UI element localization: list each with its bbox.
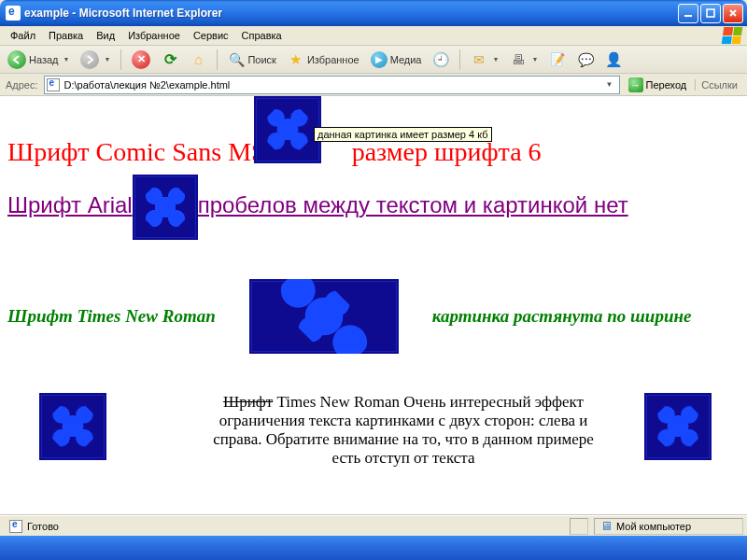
- menu-tools[interactable]: Сервис: [187, 28, 235, 43]
- menu-favorites[interactable]: Избранное: [121, 28, 187, 43]
- search-icon: 🔍: [228, 51, 245, 68]
- window-close-button[interactable]: [723, 4, 743, 23]
- edit-button[interactable]: 📝: [545, 49, 570, 71]
- stop-icon: ✕: [132, 50, 150, 69]
- links-label[interactable]: Ссылки: [695, 79, 743, 91]
- window-minimize-button[interactable]: [678, 4, 698, 23]
- menu-view[interactable]: Вид: [90, 28, 121, 43]
- ie-app-icon: [6, 6, 21, 21]
- edit-icon: 📝: [549, 51, 566, 68]
- ornament-image-4-left: [39, 393, 106, 460]
- print-dropdown-icon: ▼: [531, 56, 538, 63]
- tnr-paragraph: Шрифт Times New Roman Очень интересный э…: [7, 393, 740, 468]
- windows-taskbar[interactable]: [0, 536, 747, 560]
- status-main-pane: Готово: [4, 518, 564, 535]
- tnr-strike: Шрифт: [223, 393, 273, 411]
- messenger-icon: 👤: [605, 51, 622, 68]
- ornament-image-2: [133, 175, 198, 240]
- window-title: example - Microsoft Internet Explorer: [24, 7, 222, 20]
- status-zone-text: Мой компьютер: [616, 521, 691, 532]
- my-computer-icon: 🖥: [600, 519, 613, 533]
- menu-help[interactable]: Справка: [235, 28, 289, 43]
- window-maximize-button[interactable]: [700, 4, 721, 23]
- address-field-wrap[interactable]: ▼: [44, 76, 620, 94]
- media-icon: ▶: [371, 51, 388, 68]
- stop-button[interactable]: ✕: [128, 49, 154, 71]
- image-tooltip: данная картинка имеет размер 4 кб: [314, 127, 492, 142]
- svg-rect-0: [684, 15, 692, 17]
- favorites-button[interactable]: ★ Избранное: [284, 49, 363, 71]
- tnr-green-a: Шрифт Times New Roman: [7, 306, 216, 327]
- home-button[interactable]: ⌂: [186, 49, 210, 71]
- mail-icon: ✉: [471, 51, 487, 68]
- history-button[interactable]: 🕘: [429, 49, 453, 71]
- media-label: Медиа: [390, 54, 422, 65]
- menu-bar: Файл Правка Вид Избранное Сервис Справка: [0, 26, 747, 46]
- go-label: Переход: [646, 79, 687, 91]
- windows-flag-icon: [722, 27, 743, 44]
- address-label: Адрес:: [4, 79, 40, 91]
- search-label: Поиск: [247, 54, 275, 65]
- page-viewport: данная картинка имеет размер 4 кб Шрифт …: [0, 96, 747, 515]
- menu-file[interactable]: Файл: [4, 28, 42, 43]
- refresh-button[interactable]: ⟳: [158, 49, 182, 71]
- star-icon: ★: [288, 51, 304, 68]
- messenger-button[interactable]: 👤: [601, 49, 626, 71]
- page-icon: [47, 78, 60, 91]
- print-icon: 🖶: [510, 51, 527, 68]
- history-icon: 🕘: [432, 51, 449, 68]
- back-arrow-icon: [7, 50, 26, 69]
- discuss-button[interactable]: 💬: [573, 49, 598, 71]
- refresh-icon: ⟳: [162, 51, 178, 68]
- address-dropdown-icon[interactable]: ▼: [602, 80, 617, 89]
- done-icon: [9, 520, 22, 533]
- status-done-text: Готово: [27, 521, 59, 532]
- address-input[interactable]: [63, 78, 602, 91]
- search-button[interactable]: 🔍 Поиск: [224, 49, 279, 71]
- forward-arrow-icon: [80, 50, 99, 69]
- go-arrow-icon: →: [628, 77, 643, 92]
- forward-dropdown-icon: ▼: [104, 56, 110, 63]
- mail-dropdown-icon: ▼: [492, 56, 499, 63]
- media-button[interactable]: ▶ Медиа: [367, 49, 426, 71]
- comic-text-a: Шрифт Comic Sans MS: [7, 137, 266, 166]
- home-icon: ⌂: [190, 51, 206, 68]
- status-pane-empty-1: [570, 518, 588, 535]
- ornament-image-5-right: [644, 393, 712, 460]
- status-bar: Готово 🖥 Мой компьютер: [0, 515, 747, 536]
- svg-rect-1: [707, 9, 714, 17]
- text-arial-link[interactable]: Шрифт Arialпробелов между текстом и карт…: [7, 175, 740, 240]
- standard-toolbar: Назад ▼ ▼ ✕ ⟳ ⌂ 🔍 Поиск ★ Избранное ▶ Ме…: [0, 46, 747, 74]
- status-zone-pane: 🖥 Мой компьютер: [594, 518, 743, 535]
- arial-text-a: Шрифт Arial: [7, 192, 133, 217]
- address-bar: Адрес: ▼ → Переход Ссылки: [0, 74, 747, 96]
- window-titlebar: example - Microsoft Internet Explorer: [0, 0, 747, 26]
- ornament-image-3-wide: [249, 279, 399, 354]
- mail-button[interactable]: ✉▼: [467, 49, 502, 71]
- forward-button[interactable]: ▼: [77, 49, 114, 71]
- arial-text-b: пробелов между текстом и картинкой нет: [198, 192, 628, 217]
- go-button[interactable]: → Переход: [624, 76, 692, 94]
- ornament-image-1: [254, 96, 321, 163]
- back-button[interactable]: Назад ▼: [4, 49, 73, 71]
- favorites-label: Избранное: [307, 54, 359, 65]
- back-dropdown-icon: ▼: [63, 56, 70, 63]
- print-button[interactable]: 🖶▼: [506, 49, 542, 71]
- discuss-icon: 💬: [577, 51, 594, 68]
- back-label: Назад: [29, 54, 59, 65]
- tnr-green-b: картинка растянута по ширине: [432, 306, 692, 327]
- menu-edit[interactable]: Правка: [42, 28, 90, 43]
